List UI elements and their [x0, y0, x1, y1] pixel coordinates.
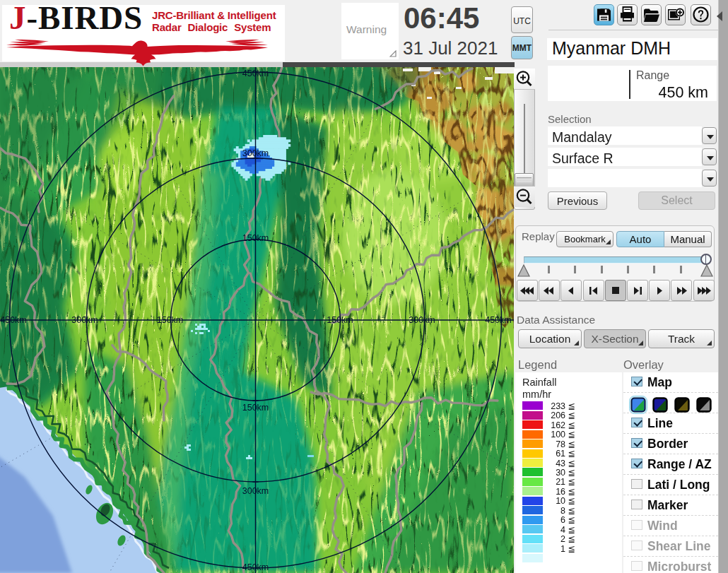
- svg-text:300km: 300km: [242, 148, 269, 158]
- svg-text:150km: 150km: [327, 315, 353, 325]
- svg-text:300km: 300km: [242, 486, 269, 496]
- svg-text:300km: 300km: [409, 315, 435, 325]
- svg-text:300km: 300km: [71, 315, 98, 325]
- svg-text:450km: 450km: [485, 315, 512, 325]
- svg-text:450km: 450km: [242, 69, 269, 78]
- svg-text:150km: 150km: [242, 233, 269, 243]
- svg-text:450km: 450km: [0, 315, 27, 325]
- svg-text:450km: 450km: [242, 562, 269, 572]
- svg-text:150km: 150km: [157, 315, 184, 325]
- svg-text:150km: 150km: [242, 403, 269, 413]
